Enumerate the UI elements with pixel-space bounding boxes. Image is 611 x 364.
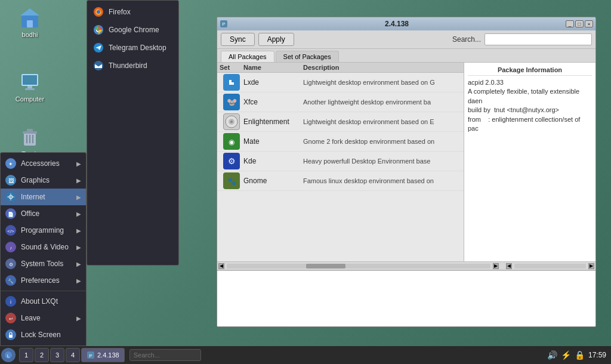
workspace-2-btn[interactable]: 2 — [35, 348, 49, 362]
minimize-button[interactable]: _ — [566, 20, 574, 27]
menu-item-office[interactable]: 📄 Office ▶ — [1, 205, 86, 222]
pkg-info-panel: Package Information acpid 2.0.33 A compl… — [464, 63, 595, 261]
svg-text:↩: ↩ — [9, 316, 13, 322]
pkg-title-text: 2.4.138 — [228, 20, 566, 28]
workspace-3-btn[interactable]: 3 — [50, 348, 64, 362]
pkg-name-xfce: Xfce — [243, 98, 303, 106]
sound-video-icon: ♪ — [5, 242, 16, 252]
table-row[interactable]: 🐾 Gnome Famous linux desktop environment… — [217, 171, 464, 191]
menu-item-accessories[interactable]: ✦ Accessories ▶ — [1, 155, 86, 172]
close-button[interactable]: × — [585, 20, 593, 27]
preferences-icon: 🔧 — [5, 275, 16, 286]
info-hscroll-right-btn[interactable]: ▶ — [588, 263, 594, 269]
svg-marker-1 — [20, 8, 39, 16]
submenu-item-telegram[interactable]: Telegram Desktop — [87, 39, 178, 57]
taskbar-app-firefox[interactable]: P 2.4.138 — [81, 348, 125, 362]
battery-tray-icon: 🔒 — [575, 350, 585, 360]
submenu-item-chrome[interactable]: Google Chrome — [87, 21, 178, 39]
lock-screen-label: Lock Screen — [21, 331, 61, 339]
col-desc: Description — [303, 64, 461, 71]
pkg-content: Set Name Description Lxde Lightweight de… — [217, 63, 595, 261]
hscroll-thumb[interactable] — [306, 264, 345, 269]
hscroll-right-btn[interactable]: ▶ — [493, 263, 499, 269]
svg-text:L: L — [7, 353, 10, 359]
taskbar-search-input[interactable] — [129, 349, 201, 361]
taskbar-time: 17:59 — [588, 351, 606, 359]
info-hscroll-track — [514, 264, 586, 269]
svg-rect-2 — [27, 20, 33, 27]
menu-item-preferences[interactable]: 🔧 Preferences ▶ — [1, 272, 86, 289]
submenu-item-firefox[interactable]: Firefox — [87, 3, 178, 21]
chrome-label: Google Chrome — [109, 26, 159, 34]
programming-icon: </> — [5, 225, 16, 236]
svg-text:P: P — [222, 21, 225, 27]
pkg-icon-kde: ⚙ — [220, 153, 243, 169]
sync-button[interactable]: Sync — [221, 33, 255, 46]
leave-icon: ↩ — [5, 313, 16, 323]
pkg-hscrollbar-area: ◀ ▶ ◀ ▶ — [217, 261, 595, 270]
accessories-label: Accessories — [21, 159, 60, 168]
pkg-desc-enlightenment: Lightweight desktop environment based on… — [303, 118, 461, 125]
menu-item-system-tools[interactable]: ⚙ System Tools ▶ — [1, 255, 86, 272]
start-menu: ✦ Accessories ▶ 🖼 Graphics ▶ Internet ▶ … — [0, 152, 87, 346]
system-tools-label: System Tools — [21, 260, 63, 268]
svg-point-20 — [230, 121, 233, 123]
pkg-icon-mate: ◉ — [220, 133, 243, 150]
desktop-icon-bodhi[interactable]: bodhi — [9, 6, 51, 38]
svg-text:⚙: ⚙ — [9, 262, 13, 267]
pkg-info-content: acpid 2.0.33 A completely flexible, tota… — [468, 78, 592, 133]
pkg-icon-xfce: 🐭 — [220, 94, 243, 110]
graphics-label: Graphics — [21, 176, 50, 184]
hscroll-left-btn[interactable]: ◀ — [218, 263, 224, 269]
pkg-desc-gnome: Famous linux desktop environment based o… — [303, 177, 461, 184]
menu-divider-1 — [1, 291, 86, 291]
tab-set-of-packages[interactable]: Set of Packages — [276, 51, 339, 62]
menu-item-lock-screen[interactable]: Lock Screen — [1, 326, 86, 343]
network-tray-icon: 🔊 — [547, 350, 557, 360]
table-row[interactable]: ◉ Mate Gnome 2 fork desktop environment … — [217, 132, 464, 152]
pkg-name-mate: Mate — [243, 137, 303, 146]
package-manager-window: P 2.4.138 _ □ × Sync Apply Search... All… — [217, 17, 596, 327]
telegram-icon — [93, 42, 104, 53]
svg-text:♪: ♪ — [10, 245, 12, 251]
pkg-name-kde: Kde — [243, 157, 303, 165]
pkg-title-icon: P — [220, 20, 228, 28]
search-input[interactable] — [485, 33, 592, 45]
svg-rect-6 — [25, 88, 35, 90]
submenu-item-thunderbird[interactable]: Thunderbird — [87, 57, 178, 75]
menu-item-internet[interactable]: Internet ▶ — [1, 189, 86, 205]
pkg-info-title: Package Information — [468, 66, 592, 76]
about-label: About LXQt — [21, 297, 58, 306]
pkg-tabs: All Packages Set of Packages — [217, 49, 595, 63]
pkg-package-list: Set Name Description Lxde Lightweight de… — [217, 63, 464, 261]
workspace-4-btn[interactable]: 4 — [66, 348, 80, 362]
accessories-arrow: ▶ — [76, 161, 81, 167]
preferences-arrow: ▶ — [76, 277, 81, 284]
info-hscroll-left-btn[interactable]: ◀ — [506, 263, 512, 269]
workspace-1-btn[interactable]: 1 — [19, 348, 33, 362]
telegram-label: Telegram Desktop — [109, 44, 166, 52]
programming-arrow: ▶ — [76, 227, 81, 234]
menu-item-programming[interactable]: </> Programming ▶ — [1, 222, 86, 239]
table-row[interactable]: ⚙ Kde Heavy powerfull Desktop Environmen… — [217, 152, 464, 171]
thunderbird-label: Thunderbird — [109, 61, 147, 70]
lock-screen-icon — [5, 329, 16, 340]
table-row[interactable]: 🐭 Xfce Another lightweight desktop envir… — [217, 92, 464, 112]
table-row[interactable]: Lxde Lightweight desktop environment bas… — [217, 73, 464, 92]
menu-item-graphics[interactable]: 🖼 Graphics ▶ — [1, 172, 86, 189]
pkg-table-header: Set Name Description — [217, 63, 464, 73]
desktop-icon-computer[interactable]: Computer — [9, 70, 51, 103]
firefox-icon — [93, 7, 104, 17]
menu-item-leave[interactable]: ↩ Leave ▶ — [1, 310, 86, 326]
svg-text:i: i — [10, 299, 11, 305]
maximize-button[interactable]: □ — [575, 20, 584, 27]
start-button[interactable]: L — [1, 348, 16, 362]
computer-icon — [18, 70, 42, 94]
apply-button[interactable]: Apply — [258, 33, 294, 46]
internet-arrow: ▶ — [76, 194, 81, 200]
office-icon: 📄 — [5, 208, 16, 219]
tab-all-packages[interactable]: All Packages — [221, 51, 274, 62]
table-row[interactable]: Enlightenment Lightweight desktop enviro… — [217, 112, 464, 132]
menu-item-sound-video[interactable]: ♪ Sound & Video ▶ — [1, 239, 86, 255]
menu-item-about[interactable]: i About LXQt — [1, 293, 86, 310]
